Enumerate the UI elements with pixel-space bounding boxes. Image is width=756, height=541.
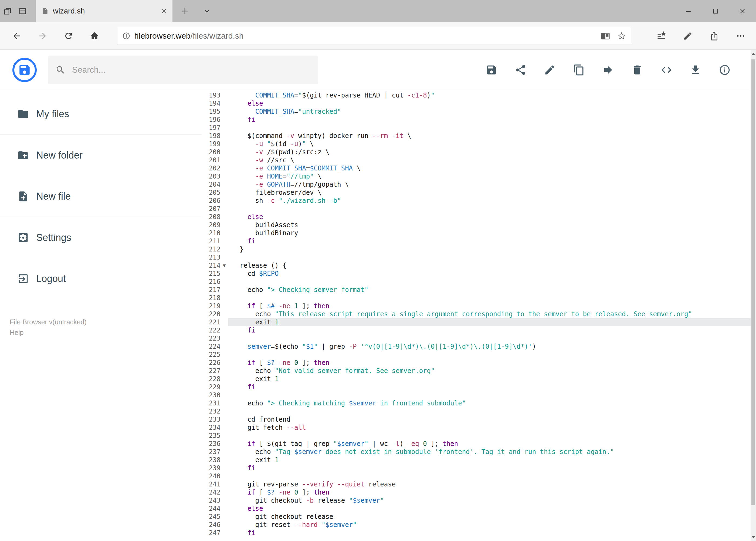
- code-line[interactable]: 212}: [202, 245, 756, 254]
- code-line[interactable]: 227 echo "Not valid semver format. See s…: [202, 367, 756, 375]
- hub-icon[interactable]: [648, 23, 674, 49]
- code-line[interactable]: 220 echo "This release script requires a…: [202, 310, 756, 318]
- search-input[interactable]: [72, 65, 302, 75]
- code-line[interactable]: 246 git reset --hard "$semver": [202, 521, 756, 529]
- code-line[interactable]: 200 -v /$(pwd):/src:z \: [202, 148, 756, 156]
- code-line[interactable]: 232: [202, 407, 756, 415]
- code-line[interactable]: 236 if [ $(git tag | grep "$semver" | wc…: [202, 440, 756, 448]
- code-line[interactable]: 234 git fetch --all: [202, 423, 756, 432]
- scroll-up-icon[interactable]: [751, 50, 756, 58]
- maximize-icon[interactable]: [702, 0, 729, 22]
- code-line[interactable]: 239 fi: [202, 464, 756, 472]
- code-line[interactable]: 216: [202, 277, 756, 286]
- favorite-star-icon[interactable]: [617, 31, 626, 41]
- code-line[interactable]: 215 cd $REPO: [202, 270, 756, 277]
- sidebar-item-my-files[interactable]: My files: [0, 94, 202, 135]
- code-line[interactable]: 199 -u "$(id -u)" \: [202, 140, 756, 148]
- code-line[interactable]: 224 semver=$(echo "$1" | grep -P '^v(0|[…: [202, 342, 756, 350]
- move-icon[interactable]: [602, 64, 614, 76]
- save-icon[interactable]: [486, 64, 497, 76]
- code-line[interactable]: 197: [202, 124, 756, 132]
- code-line[interactable]: 194 else: [202, 99, 756, 108]
- edit-icon[interactable]: [544, 64, 556, 76]
- back-icon[interactable]: [4, 23, 30, 49]
- code-line[interactable]: 244 else: [202, 505, 756, 513]
- address-bar[interactable]: filebrowser.web/files/wizard.sh: [117, 27, 631, 45]
- code-line[interactable]: 198 $(command -v winpty) docker run --rm…: [202, 132, 756, 140]
- code-line[interactable]: 231 echo "> Checking matching $semver in…: [202, 399, 756, 407]
- code-line[interactable]: 196 fi: [202, 116, 756, 124]
- sidebar-item-logout[interactable]: Logout: [0, 258, 202, 299]
- code-line[interactable]: 221 exit 1: [202, 318, 756, 326]
- more-icon[interactable]: [727, 23, 754, 49]
- new-tab-button[interactable]: [177, 0, 192, 22]
- tabs-aside-icon[interactable]: [0, 0, 15, 22]
- minimize-icon[interactable]: [675, 0, 702, 22]
- forward-icon[interactable]: [30, 23, 56, 49]
- reading-view-icon[interactable]: [601, 31, 610, 41]
- code-line[interactable]: 195 COMMIT_SHA="untracked": [202, 108, 756, 116]
- filebrowser-logo[interactable]: [12, 58, 37, 82]
- search-box[interactable]: [48, 56, 318, 84]
- code-line[interactable]: 214▾release () {: [202, 262, 756, 270]
- code-line[interactable]: 210 buildBinary: [202, 229, 756, 237]
- code-line[interactable]: 208 else: [202, 213, 756, 221]
- share-icon[interactable]: [515, 64, 527, 76]
- tab-close-icon[interactable]: [160, 8, 167, 14]
- code-line[interactable]: 223: [202, 334, 756, 342]
- code-line[interactable]: 242 if [ $? -ne 0 ]; then: [202, 488, 756, 496]
- code-line[interactable]: 233 cd frontend: [202, 415, 756, 423]
- code-line[interactable]: 222 fi: [202, 326, 756, 334]
- home-icon[interactable]: [82, 23, 108, 49]
- code-line[interactable]: 228 exit 1: [202, 375, 756, 383]
- scroll-down-icon[interactable]: [751, 536, 755, 538]
- code-icon[interactable]: [660, 64, 672, 76]
- refresh-icon[interactable]: [56, 23, 82, 49]
- code-line[interactable]: 237 echo "Tag $semver does not exist in …: [202, 448, 756, 456]
- code-line[interactable]: 209 buildAssets: [202, 221, 756, 229]
- code-line[interactable]: 201 -w //src \: [202, 156, 756, 164]
- page-info-icon[interactable]: [122, 32, 130, 40]
- code-line[interactable]: 243 git checkout -b release "$semver": [202, 496, 756, 505]
- code-editor[interactable]: 193 COMMIT_SHA="$(git rev-parse HEAD | c…: [202, 90, 756, 541]
- code-line[interactable]: 235: [202, 432, 756, 440]
- fold-arrow-icon[interactable]: ▾: [220, 262, 228, 270]
- tab-preview-icon[interactable]: [15, 0, 30, 22]
- code-line[interactable]: 238 exit 1: [202, 456, 756, 464]
- code-line[interactable]: 193 COMMIT_SHA="$(git rev-parse HEAD | c…: [202, 91, 756, 99]
- ink-icon[interactable]: [674, 23, 701, 49]
- code-line[interactable]: 213: [202, 254, 756, 262]
- code-line[interactable]: 203 -e HOME="//tmp" \: [202, 172, 756, 181]
- delete-icon[interactable]: [631, 64, 643, 76]
- code-line[interactable]: 226 if [ $? -ne 0 ]; then: [202, 359, 756, 367]
- info-icon[interactable]: [719, 64, 731, 76]
- browser-tab[interactable]: wizard.sh: [36, 0, 172, 22]
- code-line[interactable]: 218: [202, 294, 756, 302]
- code-line[interactable]: 204 -e GOPATH=//tmp/gopath \: [202, 181, 756, 189]
- share-icon[interactable]: [701, 23, 727, 49]
- copy-icon[interactable]: [573, 64, 585, 76]
- help-link[interactable]: Help: [10, 329, 202, 336]
- browser-scrollbar[interactable]: [751, 50, 756, 541]
- close-icon[interactable]: [729, 0, 756, 22]
- code-line[interactable]: 229 fi: [202, 383, 756, 391]
- code-line[interactable]: 205 filebrowser/dev \: [202, 189, 756, 197]
- code-line[interactable]: 219 if [ $# -ne 1 ]; then: [202, 302, 756, 310]
- sidebar-item-new-file[interactable]: New file: [0, 176, 202, 217]
- tab-preview-chevron-icon[interactable]: [199, 0, 215, 22]
- download-icon[interactable]: [690, 64, 701, 76]
- code-line[interactable]: 230: [202, 391, 756, 399]
- code-line[interactable]: 240: [202, 472, 756, 480]
- code-line[interactable]: 217 echo "> Checking semver format": [202, 286, 756, 294]
- code-line[interactable]: 225: [202, 350, 756, 359]
- code-line[interactable]: 206 sh -c "./wizard.sh -b": [202, 197, 756, 205]
- sidebar-item-new-folder[interactable]: New folder: [0, 135, 202, 176]
- code-line[interactable]: 247 fi: [202, 529, 756, 537]
- code-line[interactable]: 202 -e COMMIT_SHA=$COMMIT_SHA \: [202, 164, 756, 172]
- code-line[interactable]: 207: [202, 205, 756, 213]
- code-line[interactable]: 211 fi: [202, 237, 756, 245]
- scrollbar-thumb[interactable]: [751, 59, 755, 505]
- code-line[interactable]: 245 git checkout release: [202, 513, 756, 521]
- code-line[interactable]: 241 git rev-parse --verify --quiet relea…: [202, 480, 756, 488]
- sidebar-item-settings[interactable]: Settings: [0, 217, 202, 258]
